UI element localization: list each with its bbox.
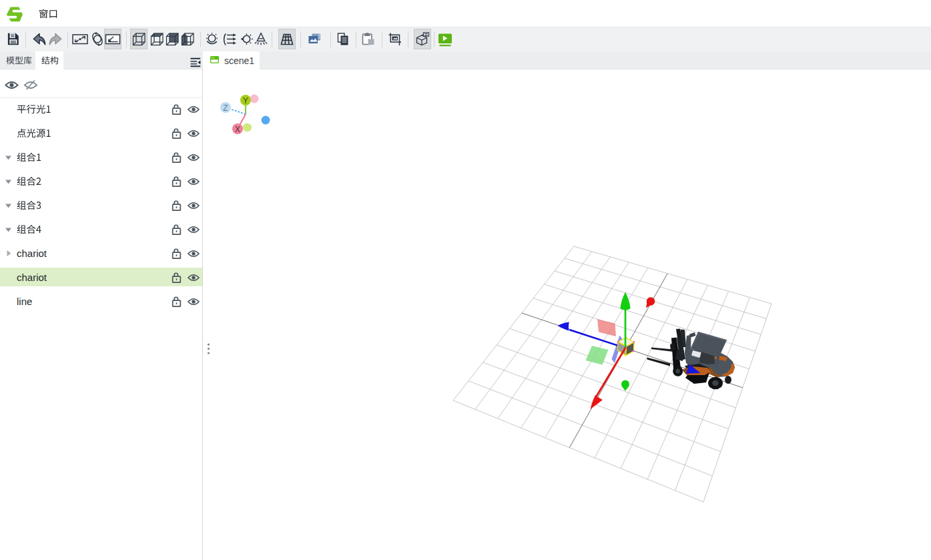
svg-text:X: X [235, 125, 240, 134]
svg-text:Y: Y [243, 96, 248, 105]
svg-text:Z: Z [223, 103, 228, 113]
